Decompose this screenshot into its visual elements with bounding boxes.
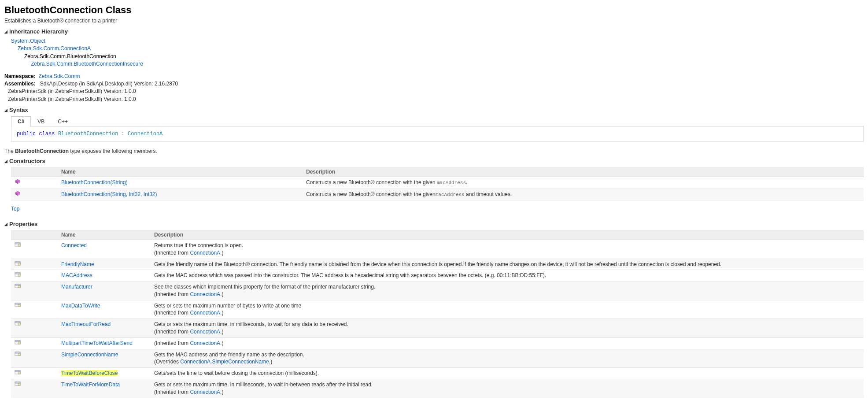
property-icon <box>15 283 21 289</box>
tab-vb[interactable]: VB <box>31 116 51 126</box>
hierarchy-link-connectiona[interactable]: Zebra.Sdk.Comm.ConnectionA <box>18 45 91 52</box>
svg-rect-14 <box>18 274 20 276</box>
properties-table: Name Description ConnectedReturns true i… <box>11 230 864 398</box>
svg-rect-10 <box>15 262 20 263</box>
property-icon <box>15 272 21 277</box>
property-icon <box>15 340 21 345</box>
inherited-link[interactable]: ConnectionA <box>190 250 220 256</box>
page-title: BluetoothConnection Class <box>4 4 864 16</box>
hierarchy-link-object[interactable]: System.Object <box>11 38 45 44</box>
inherited-link[interactable]: ConnectionA <box>190 340 220 346</box>
section-syntax[interactable]: Syntax <box>4 107 864 113</box>
namespace-link[interactable]: Zebra.Sdk.Comm <box>38 73 80 79</box>
property-desc: Gets/sets the time to wait before closin… <box>151 368 864 379</box>
property-icon <box>15 261 21 266</box>
property-link[interactable]: SimpleConnectionName <box>61 352 118 358</box>
property-icon <box>15 242 21 247</box>
section-properties[interactable]: Properties <box>4 221 864 227</box>
property-link[interactable]: TimeToWaitBeforeClose <box>61 370 118 376</box>
svg-rect-8 <box>18 244 20 246</box>
svg-rect-7 <box>15 243 20 244</box>
property-icon <box>15 321 21 326</box>
tab-cpp[interactable]: C++ <box>51 116 74 126</box>
property-desc: Gets or sets the maximum time, in millis… <box>151 319 864 338</box>
inherited-link[interactable]: ConnectionA <box>190 310 220 316</box>
table-row: MACAddressGets the MAC address which was… <box>11 270 864 281</box>
assembly-line-1: ZebraPrinterSdk (in ZebraPrinterSdk.dll)… <box>8 88 864 95</box>
svg-rect-19 <box>15 303 20 304</box>
property-icon <box>15 370 21 375</box>
assembly-line-0: SdkApi.Desktop (in SdkApi.Desktop.dll) V… <box>40 81 178 87</box>
property-desc: (Inherited from ConnectionA.) <box>151 337 864 349</box>
property-link[interactable]: MACAddress <box>61 272 92 278</box>
svg-rect-23 <box>18 323 20 325</box>
svg-rect-32 <box>18 372 20 374</box>
property-link[interactable]: MaxDataToWrite <box>61 303 100 309</box>
section-constructors[interactable]: Constructors <box>4 158 864 164</box>
property-desc: See the classes which implement this pro… <box>151 281 864 300</box>
property-link[interactable]: MaxTimeoutForRead <box>61 321 111 327</box>
top-link-constructors[interactable]: Top <box>11 206 19 212</box>
inheritance-hierarchy: System.Object Zebra.Sdk.Comm.ConnectionA… <box>11 37 864 68</box>
constructors-table: Name Description BluetoothConnection(Str… <box>11 167 864 200</box>
constructor-link[interactable]: BluetoothConnection(String) <box>61 179 128 185</box>
property-desc: Gets or sets the maximum time, in millis… <box>151 379 864 398</box>
meta-block: Namespace: Zebra.Sdk.Comm Assemblies: Sd… <box>4 73 864 104</box>
svg-rect-25 <box>15 341 20 342</box>
method-icon <box>15 179 21 184</box>
constructor-desc: Constructs a new Bluetooth® connection w… <box>303 189 864 200</box>
svg-rect-17 <box>18 285 20 288</box>
section-inheritance-hierarchy[interactable]: Inheritance Hierarchy <box>4 28 864 35</box>
property-icon <box>15 381 21 386</box>
property-icon <box>15 302 21 307</box>
col-icon <box>11 230 58 240</box>
constructor-desc: Constructs a new Bluetooth® connection w… <box>303 177 864 189</box>
svg-rect-22 <box>15 322 20 323</box>
col-name: Name <box>58 167 303 177</box>
svg-rect-34 <box>15 382 20 383</box>
table-row: MaxTimeoutForReadGets or sets the maximu… <box>11 319 864 338</box>
svg-rect-26 <box>18 342 20 344</box>
property-link[interactable]: FriendlyName <box>61 261 94 267</box>
syntax-code: public class BluetoothConnection : Conne… <box>11 126 864 142</box>
exposes-text: The BluetoothConnection type exposes the… <box>4 148 864 154</box>
property-link[interactable]: Connected <box>61 242 87 248</box>
property-link[interactable]: Manufacturer <box>61 284 92 290</box>
col-name: Name <box>58 230 151 240</box>
svg-rect-13 <box>15 273 20 274</box>
svg-rect-29 <box>18 353 20 356</box>
tab-csharp[interactable]: C# <box>11 116 31 126</box>
property-desc: Returns true if the connection is open.(… <box>151 240 864 259</box>
table-row: TimeToWaitBeforeCloseGets/sets the time … <box>11 368 864 379</box>
property-link[interactable]: TimeToWaitForMoreData <box>61 381 120 388</box>
syntax-tabs: C# VB C++ <box>11 116 864 126</box>
inherited-link[interactable]: ConnectionA <box>190 329 220 335</box>
inherited-link[interactable]: ConnectionA <box>190 291 220 297</box>
table-row: FriendlyNameGets the friendly name of th… <box>11 259 864 270</box>
svg-rect-11 <box>18 263 20 265</box>
table-row: BluetoothConnection(String, Int32, Int32… <box>11 189 864 200</box>
namespace-label: Namespace: <box>4 73 36 79</box>
col-desc: Description <box>151 230 864 240</box>
table-row: SimpleConnectionNameGets the MAC address… <box>11 349 864 368</box>
property-desc: Gets the friendly name of the Bluetooth®… <box>151 259 864 270</box>
table-row: ManufacturerSee the classes which implem… <box>11 281 864 300</box>
overrides-link[interactable]: ConnectionA.SimpleConnectionName <box>180 359 269 365</box>
property-desc: Gets or sets the maximum number of bytes… <box>151 300 864 319</box>
table-row: BluetoothConnection(String)Constructs a … <box>11 177 864 189</box>
svg-rect-35 <box>18 383 20 385</box>
svg-rect-20 <box>18 304 20 307</box>
svg-rect-28 <box>15 352 20 353</box>
assemblies-label: Assemblies: <box>4 81 36 87</box>
constructor-link[interactable]: BluetoothConnection(String, Int32, Int32… <box>61 191 157 197</box>
assembly-line-2: ZebraPrinterSdk (in ZebraPrinterSdk.dll)… <box>8 96 864 103</box>
hierarchy-link-insecure[interactable]: Zebra.Sdk.Comm.BluetoothConnectionInsecu… <box>31 61 143 67</box>
property-link[interactable]: MultipartTimeToWaitAfterSend <box>61 340 133 346</box>
page-subtitle: Establishes a Bluetooth® connection to a… <box>4 18 864 24</box>
table-row: TimeToWaitForMoreDataGets or sets the ma… <box>11 379 864 398</box>
method-icon <box>15 191 21 196</box>
svg-rect-31 <box>15 370 20 372</box>
table-row: MaxDataToWriteGets or sets the maximum n… <box>11 300 864 319</box>
inherited-link[interactable]: ConnectionA <box>190 389 220 395</box>
property-icon <box>15 351 21 356</box>
